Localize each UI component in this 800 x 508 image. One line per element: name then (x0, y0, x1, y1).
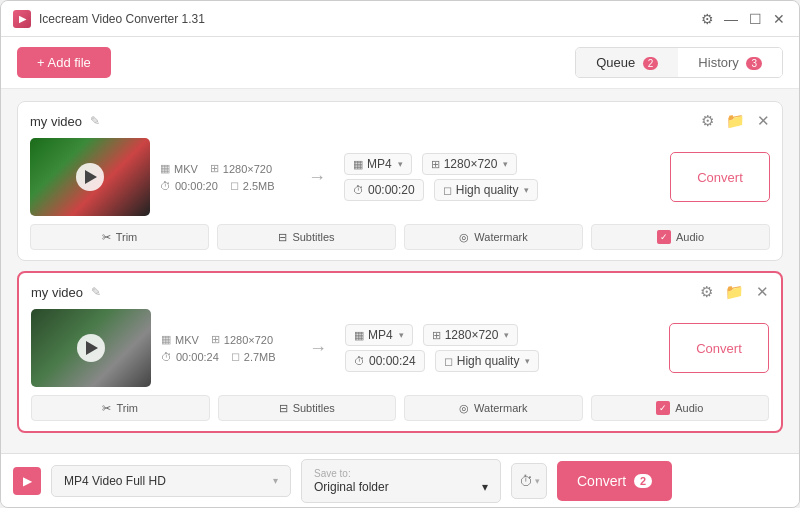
output-quality-dropdown-1[interactable]: ◻ High quality ▾ (434, 179, 539, 201)
settings-icon-1[interactable]: ⚙ (701, 112, 714, 130)
output-format-dropdown-1[interactable]: ▦ MP4 ▾ (344, 153, 412, 175)
source-format-label-1: MKV (174, 163, 198, 175)
tab-group: Queue 2 History 3 (575, 47, 783, 78)
card-top-row-2: my video ✎ ⚙ 📁 ✕ (31, 283, 769, 301)
add-file-button[interactable]: + Add file (17, 47, 111, 78)
arrow-1: → (300, 167, 334, 188)
resolution-icon-2: ⊞ (211, 333, 220, 346)
card-top-row-1: my video ✎ ⚙ 📁 ✕ (30, 112, 770, 130)
tab-history-badge: 3 (746, 57, 762, 70)
output-row-quality-1: ⏱ 00:00:20 ◻ High quality ▾ (344, 179, 660, 201)
tab-queue-label: Queue (596, 55, 635, 70)
saveto-chevron: ▾ (482, 480, 488, 494)
app-title: Icecream Video Converter 1.31 (39, 12, 205, 26)
output-quality-icon-1: ◻ (443, 184, 452, 197)
subtitles-button-2[interactable]: ⊟ Subtitles (218, 395, 397, 421)
source-duration-1: ⏱ 00:00:20 (160, 179, 218, 192)
output-quality-chevron-2: ▾ (525, 356, 530, 366)
output-format-icon-1: ▦ (353, 158, 363, 171)
trim-button-2[interactable]: ✂ Trim (31, 395, 210, 421)
audio-check-1[interactable]: ✓ Audio (591, 224, 770, 250)
output-resolution-dropdown-2[interactable]: ⊞ 1280×720 ▾ (423, 324, 519, 346)
close-icon-1[interactable]: ✕ (757, 112, 770, 130)
watermark-button-2[interactable]: ◎ Watermark (404, 395, 583, 421)
saveto-sublabel: Save to: (314, 468, 351, 479)
duration-icon-1: ⏱ (160, 180, 171, 192)
output-resolution-chevron-1: ▾ (503, 159, 508, 169)
output-resolution-label-1: 1280×720 (444, 157, 498, 171)
trim-icon-2: ✂ (102, 402, 111, 415)
output-format-chevron-2: ▾ (399, 330, 404, 340)
settings-icon[interactable]: ⚙ (699, 11, 715, 27)
audio-check-2[interactable]: ✓ Audio (591, 395, 770, 421)
maximize-button[interactable]: ☐ (747, 11, 763, 27)
source-size-label-1: 2.5MB (243, 180, 275, 192)
settings-icon-2[interactable]: ⚙ (700, 283, 713, 301)
output-settings-2: ▦ MP4 ▾ ⊞ 1280×720 ▾ ⏱ 00:00:24 (345, 324, 659, 372)
footer-saveto-dropdown[interactable]: Save to: Original folder ▾ (301, 459, 501, 503)
output-res-icon-2: ⊞ (432, 329, 441, 342)
saveto-value-row: Original folder ▾ (314, 480, 488, 494)
edit-icon-1[interactable]: ✎ (90, 114, 100, 128)
minimize-button[interactable]: — (723, 11, 739, 27)
convert-button-1[interactable]: Convert (670, 152, 770, 202)
file-info-2: ▦ MKV ⊞ 1280×720 ⏱ 00:00:24 ◻ 2. (161, 333, 291, 363)
output-duration-icon-2: ⏱ (354, 355, 365, 367)
audio-checkbox-2[interactable]: ✓ (656, 401, 670, 415)
card-actions-1: ⚙ 📁 ✕ (701, 112, 770, 130)
watermark-icon-2: ◎ (459, 402, 469, 415)
toolbar: + Add file Queue 2 History 3 (1, 37, 799, 89)
arrow-2: → (301, 338, 335, 359)
format-icon-2: ▦ (161, 333, 171, 346)
source-size-1: ◻ 2.5MB (230, 179, 275, 192)
source-resolution-label-1: 1280×720 (223, 163, 272, 175)
source-resolution-1: ⊞ 1280×720 (210, 162, 272, 175)
resolution-icon-1: ⊞ (210, 162, 219, 175)
subtitles-button-1[interactable]: ⊟ Subtitles (217, 224, 396, 250)
duration-icon-2: ⏱ (161, 351, 172, 363)
tab-queue-badge: 2 (643, 57, 659, 70)
trim-button-1[interactable]: ✂ Trim (30, 224, 209, 250)
tab-history-label: History (698, 55, 738, 70)
source-size-label-2: 2.7MB (244, 351, 276, 363)
footer: ▶ MP4 Video Full HD ▾ Save to: Original … (1, 453, 799, 507)
output-row-format-2: ▦ MP4 ▾ ⊞ 1280×720 ▾ (345, 324, 659, 346)
play-button-1[interactable] (76, 163, 104, 191)
app-icon: ▶ (13, 10, 31, 28)
tab-history[interactable]: History 3 (678, 48, 782, 77)
subtitles-icon-1: ⊟ (278, 231, 287, 244)
footer-format-dropdown[interactable]: MP4 Video Full HD ▾ (51, 465, 291, 497)
output-format-dropdown-2[interactable]: ▦ MP4 ▾ (345, 324, 413, 346)
close-icon-2[interactable]: ✕ (756, 283, 769, 301)
card-body-1: ▦ MKV ⊞ 1280×720 ⏱ 00:00:20 ◻ 2. (30, 138, 770, 216)
audio-checkbox-1[interactable]: ✓ (657, 230, 671, 244)
size-icon-2: ◻ (231, 350, 240, 363)
output-res-icon-1: ⊞ (431, 158, 440, 171)
output-quality-dropdown-2[interactable]: ◻ High quality ▾ (435, 350, 540, 372)
tab-queue[interactable]: Queue 2 (576, 48, 678, 77)
output-format-label-2: MP4 (368, 328, 393, 342)
edit-icon-2[interactable]: ✎ (91, 285, 101, 299)
folder-icon-1[interactable]: 📁 (726, 112, 745, 130)
output-format-chevron-1: ▾ (398, 159, 403, 169)
subtitles-label-1: Subtitles (292, 231, 334, 243)
clock-chevron: ▾ (535, 476, 540, 486)
thumbnail-2[interactable] (31, 309, 151, 387)
play-button-2[interactable] (77, 334, 105, 362)
close-button[interactable]: ✕ (771, 11, 787, 27)
watermark-button-1[interactable]: ◎ Watermark (404, 224, 583, 250)
file-info-1: ▦ MKV ⊞ 1280×720 ⏱ 00:00:20 ◻ 2. (160, 162, 290, 192)
output-duration-2: ⏱ 00:00:24 (345, 350, 425, 372)
source-duration-label-1: 00:00:20 (175, 180, 218, 192)
title-controls: ⚙ — ☐ ✕ (699, 11, 787, 27)
source-format-2: ▦ MKV (161, 333, 199, 346)
convert-button-2[interactable]: Convert (669, 323, 769, 373)
watermark-label-2: Watermark (474, 402, 527, 414)
folder-icon-2[interactable]: 📁 (725, 283, 744, 301)
schedule-button[interactable]: ⏱ ▾ (511, 463, 547, 499)
convert-all-button[interactable]: Convert 2 (557, 461, 672, 501)
output-resolution-dropdown-1[interactable]: ⊞ 1280×720 ▾ (422, 153, 518, 175)
output-row-format-1: ▦ MP4 ▾ ⊞ 1280×720 ▾ (344, 153, 660, 175)
thumbnail-1[interactable] (30, 138, 150, 216)
output-format-icon-2: ▦ (354, 329, 364, 342)
